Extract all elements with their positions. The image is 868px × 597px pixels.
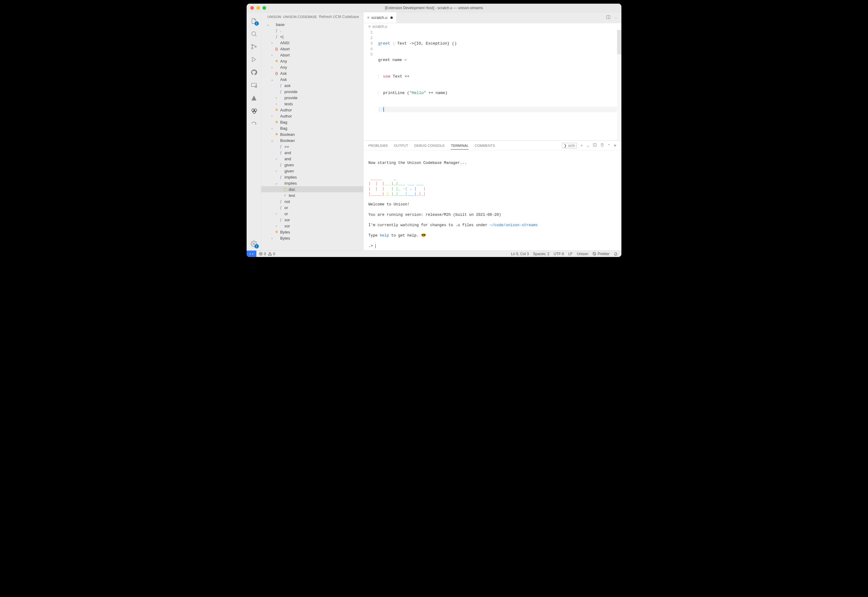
twisty-icon[interactable]: ›	[274, 212, 278, 215]
tree-row[interactable]: ›tests	[261, 101, 363, 107]
editor-body[interactable]: 1 2 3 4 5 greet : Text ->{IO, Exception}…	[364, 30, 622, 140]
tree-row[interactable]: f.	[261, 27, 363, 34]
search-icon[interactable]	[246, 27, 261, 40]
twisty-icon[interactable]: ›	[270, 114, 274, 118]
terminal-profile-icon[interactable]: ❯ucm	[562, 143, 577, 149]
twisty-icon[interactable]: ›	[270, 236, 274, 240]
tree-row[interactable]: ❖Boolean	[261, 131, 363, 137]
remote-explorer-icon[interactable]	[246, 79, 261, 92]
tree-row[interactable]: fimplies	[261, 174, 363, 180]
explorer-icon[interactable]: 1	[246, 15, 261, 27]
split-editor-icon[interactable]	[606, 15, 611, 21]
tree-row[interactable]: fnot	[261, 198, 363, 205]
twisty-icon[interactable]: ›	[274, 96, 278, 100]
tree-row[interactable]: ›provide	[261, 95, 363, 101]
cursor-position[interactable]: Ln 5, Col 3	[511, 252, 529, 256]
tree-row[interactable]: fprovide	[261, 89, 363, 95]
tree-row[interactable]: ⌄Boolean	[261, 137, 363, 143]
traffic-lights	[246, 6, 266, 10]
tree-row[interactable]: ›Any	[261, 64, 363, 70]
tree-row[interactable]: ›Author	[261, 113, 363, 119]
panel-tab-problems[interactable]: PROBLEMS	[368, 144, 388, 147]
maximize-button[interactable]	[263, 6, 266, 10]
tree-row[interactable]: ›or	[261, 211, 363, 217]
unison-icon[interactable]	[246, 104, 261, 117]
panel-tab-debug[interactable]: DEBUG CONSOLE	[414, 144, 445, 147]
tree-row[interactable]: ✓test	[261, 192, 363, 198]
panel-tab-comments[interactable]: COMMENTS	[475, 144, 495, 147]
azure-icon[interactable]	[246, 92, 261, 104]
tree-row[interactable]: ›Bytes	[261, 235, 363, 241]
panel-tab-terminal[interactable]: TERMINAL	[451, 144, 469, 150]
tree-row[interactable]: ⌄implies	[261, 180, 363, 186]
twisty-icon[interactable]: ⌄	[266, 22, 270, 27]
close-panel-icon[interactable]: ✕	[613, 143, 617, 148]
twisty-icon[interactable]: ›	[274, 169, 278, 173]
new-terminal-icon[interactable]: ＋	[580, 143, 583, 148]
more-actions-icon[interactable]: ···	[614, 15, 618, 20]
notifications-icon[interactable]	[614, 252, 618, 256]
twisty-icon[interactable]: ⌄	[274, 181, 278, 185]
tree-row[interactable]: fask	[261, 82, 363, 89]
tree-row[interactable]: ⌄base	[261, 21, 363, 27]
tree-row[interactable]: ▢doc	[261, 186, 363, 192]
github-icon[interactable]	[246, 66, 261, 79]
language-mode[interactable]: Unison	[577, 252, 588, 256]
twisty-icon[interactable]: ›	[274, 157, 278, 160]
eol[interactable]: LF	[568, 252, 573, 256]
tree-row[interactable]: ❖Any	[261, 58, 363, 64]
prettier-status[interactable]: Prettier	[592, 252, 610, 256]
breadcrumb[interactable]: ≡ scratch.u	[364, 23, 622, 30]
twisty-icon[interactable]: ›	[270, 65, 274, 69]
terminal-dropdown-icon[interactable]: ⌄	[587, 143, 590, 148]
tree-row[interactable]: ›given	[261, 168, 363, 174]
tree-row[interactable]: ❖Bytes	[261, 229, 363, 235]
tree-row[interactable]: fxor	[261, 217, 363, 223]
tree-row[interactable]: fand	[261, 150, 363, 156]
share-icon[interactable]	[246, 117, 261, 130]
run-debug-icon[interactable]	[246, 53, 261, 66]
source-control-icon[interactable]	[246, 40, 261, 53]
maximize-panel-icon[interactable]: ⌃	[607, 143, 610, 148]
tree-row[interactable]: ›Abort	[261, 52, 363, 58]
minimap-viewport[interactable]	[617, 30, 622, 54]
twisty-icon[interactable]: ›	[274, 224, 278, 228]
panel-tab-output[interactable]: OUTPUT	[394, 144, 408, 147]
tree-row[interactable]: ›and	[261, 156, 363, 162]
tree-row[interactable]: {}Ask	[261, 70, 363, 76]
close-button[interactable]	[250, 6, 254, 10]
minimize-button[interactable]	[257, 6, 260, 10]
tree-row[interactable]: fgiven	[261, 162, 363, 168]
code-area[interactable]: greet : Text ->{IO, Exception} () greet …	[378, 30, 622, 140]
twisty-icon[interactable]: ›	[274, 102, 278, 105]
twisty-icon[interactable]: ›	[270, 41, 274, 45]
tree-row[interactable]: ❖Bag	[261, 119, 363, 125]
tree-row[interactable]: {}Abort	[261, 46, 363, 52]
errors-indicator[interactable]: 0	[259, 252, 266, 256]
tree-row[interactable]: f==	[261, 143, 363, 150]
codebase-tree[interactable]: ⌄basef.f<|›ANSI{}Abort›Abort❖Any›Any{}As…	[261, 21, 363, 250]
indentation[interactable]: Spaces: 2	[533, 252, 549, 256]
twisty-icon[interactable]: ›	[270, 126, 274, 130]
kill-terminal-icon[interactable]	[600, 143, 604, 148]
split-terminal-icon[interactable]	[593, 143, 597, 148]
tree-row[interactable]: f<|	[261, 34, 363, 40]
twisty-icon[interactable]: ⌄	[270, 77, 274, 82]
terminal-prompt[interactable]: .>	[368, 244, 617, 249]
tree-row[interactable]: ⌄Ask	[261, 76, 363, 82]
terminal[interactable]: Now starting the Unison Codebase Manager…	[364, 150, 622, 250]
tree-row[interactable]: ›Bag	[261, 125, 363, 131]
twisty-icon[interactable]: ›	[270, 53, 274, 57]
refresh-codebase-action[interactable]: Refresh UCM Codebase	[319, 15, 359, 19]
encoding[interactable]: UTF-8	[553, 252, 564, 256]
tree-row[interactable]: for	[261, 205, 363, 211]
settings-icon[interactable]: 1	[246, 238, 261, 250]
tree-row[interactable]: ❖Author	[261, 107, 363, 113]
remote-indicator-icon[interactable]	[246, 251, 257, 257]
tree-row[interactable]: ›xor	[261, 223, 363, 229]
editor-tab-scratch[interactable]: ≡ scratch.u	[364, 12, 397, 23]
warnings-indicator[interactable]: 0	[268, 252, 275, 256]
tree-row[interactable]: ›ANSI	[261, 40, 363, 46]
twisty-icon[interactable]: ⌄	[270, 138, 274, 143]
minimap[interactable]	[617, 30, 622, 140]
